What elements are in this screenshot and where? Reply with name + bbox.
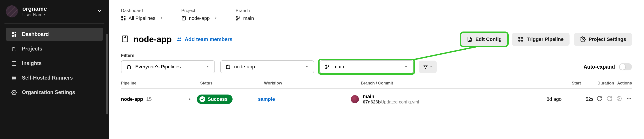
breadcrumb-value: All Pipelines [128, 16, 156, 21]
button-label: Edit Config [476, 36, 502, 42]
breadcrumb-label: Branch [236, 8, 254, 13]
svg-point-32 [582, 39, 584, 40]
org-switcher[interactable]: orgname User Name [0, 4, 109, 23]
sidebar-item-dashboard[interactable]: Dashboard [6, 28, 103, 41]
svg-point-38 [326, 65, 327, 66]
svg-point-27 [180, 38, 181, 39]
projects-icon [11, 46, 17, 52]
table-row[interactable]: node-app 15 Success sample [121, 89, 632, 110]
title-row: node-app Add team members Edit Config Tr… [121, 33, 632, 46]
sidebar-nav: Dashboard Projects Insights Self-Hosted … [0, 28, 109, 100]
auto-expand-label: Auto-expand [584, 64, 615, 70]
gear-icon [11, 90, 17, 96]
dashboard-icon [11, 32, 17, 37]
chevron-down-icon [97, 8, 102, 14]
svg-point-34 [130, 65, 131, 66]
svg-rect-6 [12, 35, 14, 37]
auto-expand-toggle[interactable] [619, 63, 632, 70]
filter-value: node-app [234, 64, 255, 70]
divider [4, 23, 104, 24]
caret-down-icon [206, 65, 210, 69]
svg-rect-20 [122, 19, 123, 20]
breadcrumb-label: Project [181, 8, 219, 13]
filter-value: Everyone's Pipelines [135, 64, 181, 70]
svg-point-30 [518, 40, 520, 41]
svg-point-39 [326, 68, 327, 69]
filter-more-button[interactable] [419, 60, 437, 73]
svg-rect-3 [12, 32, 14, 34]
svg-point-36 [130, 68, 131, 68]
sidebar-item-label: Organization Settings [22, 90, 75, 96]
workflow-link[interactable]: sample [258, 96, 275, 102]
sidebar-item-projects[interactable]: Projects [6, 42, 103, 56]
svg-point-46 [627, 98, 628, 99]
button-label: Project Settings [589, 36, 626, 42]
rerun-icon[interactable] [596, 96, 602, 103]
pipelines-table: Pipeline Status Workflow Branch / Commit… [121, 81, 632, 110]
chevron-right-icon [214, 16, 218, 21]
status-text: Success [208, 96, 228, 102]
check-icon [200, 96, 205, 102]
main-content: Dashboard All Pipelines Project node-app [109, 0, 644, 139]
svg-point-28 [518, 37, 520, 38]
sidebar-item-insights[interactable]: Insights [6, 57, 103, 70]
add-team-label: Add team members [185, 36, 232, 42]
svg-point-23 [236, 19, 238, 20]
svg-point-26 [178, 38, 179, 39]
org-info: orgname User Name [22, 5, 92, 18]
svg-point-31 [522, 40, 522, 41]
rerun-failed-icon[interactable] [606, 96, 612, 103]
svg-point-35 [127, 68, 128, 68]
filter-project-select[interactable]: node-app [220, 60, 314, 73]
svg-point-47 [628, 98, 630, 99]
start-time: 8d ago [528, 96, 566, 102]
breadcrumb-branch[interactable]: main [236, 16, 254, 21]
commit-line: 07d626bUpdated config.yml [363, 100, 419, 104]
add-team-members-link[interactable]: Add team members [176, 36, 232, 42]
edit-config-button[interactable]: Edit Config [461, 33, 507, 46]
breadcrumb-project[interactable]: node-app [181, 16, 210, 21]
status-badge: Success [197, 94, 232, 104]
filter-pipelines-select[interactable]: Everyone's Pipelines [121, 60, 215, 73]
breadcrumbs: Dashboard All Pipelines Project node-app [121, 8, 632, 21]
sidebar-item-label: Dashboard [22, 31, 49, 37]
svg-point-29 [522, 37, 522, 38]
sidebar-item-org-settings[interactable]: Organization Settings [6, 86, 103, 99]
project-settings-button[interactable]: Project Settings [574, 33, 632, 46]
filter-value: main [334, 64, 344, 70]
breadcrumb-value: node-app [189, 16, 210, 21]
commit-avatar [351, 95, 359, 103]
svg-rect-19 [124, 18, 126, 20]
svg-rect-18 [124, 16, 126, 17]
more-icon[interactable] [626, 96, 632, 103]
filter-branch-select[interactable]: main [320, 60, 414, 73]
expand-caret-icon[interactable] [188, 96, 192, 102]
col-header-workflow: Workflow [264, 81, 361, 86]
sidebar: orgname User Name Dashboard Projects Ins… [0, 0, 109, 139]
svg-point-2 [6, 5, 18, 18]
breadcrumb-dashboard[interactable]: All Pipelines [121, 16, 156, 21]
cancel-icon[interactable] [616, 96, 622, 103]
svg-point-14 [13, 77, 13, 77]
svg-point-40 [328, 65, 329, 66]
duration: 52s [566, 96, 594, 102]
pipeline-number: 15 [146, 96, 152, 102]
caret-down-icon [430, 65, 433, 68]
filter-icon [423, 64, 428, 70]
svg-point-48 [630, 98, 631, 99]
filters-row: Everyone's Pipelines node-app main [121, 60, 632, 73]
col-header-actions: Actions [614, 81, 632, 86]
col-header-start: Start [546, 81, 586, 86]
commit-msg: Updated config.yml [381, 100, 419, 104]
org-name: orgname [22, 5, 92, 12]
project-title: node-app [134, 35, 172, 44]
sidebar-item-runners[interactable]: Self-Hosted Runners [6, 71, 103, 84]
branch-name: main [363, 94, 419, 100]
breadcrumb-value: main [243, 16, 254, 21]
trigger-pipeline-button[interactable]: Trigger Pipeline [512, 33, 569, 46]
col-header-pipeline: Pipeline [121, 81, 200, 86]
user-name: User Name [22, 12, 92, 18]
col-header-duration: Duration [586, 81, 614, 86]
col-header-branch: Branch / Commit [361, 81, 546, 86]
svg-rect-5 [14, 34, 16, 37]
